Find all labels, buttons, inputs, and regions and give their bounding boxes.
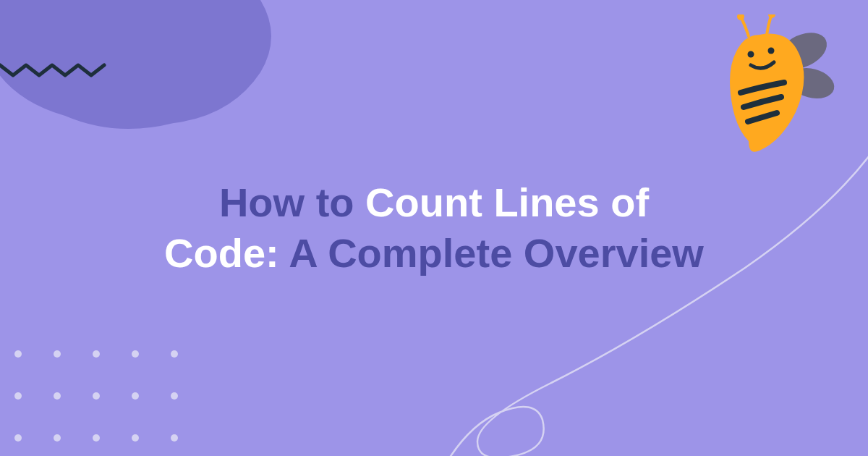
page-title: How to Count Lines of Code: A Complete O… [159, 177, 709, 279]
title-part-1: How to [219, 180, 365, 225]
zigzag-icon [0, 59, 123, 81]
svg-point-5 [768, 48, 775, 54]
title-part-3: A Complete Overview [289, 230, 704, 276]
svg-point-4 [748, 51, 754, 58]
dot-grid-decoration [14, 350, 178, 442]
